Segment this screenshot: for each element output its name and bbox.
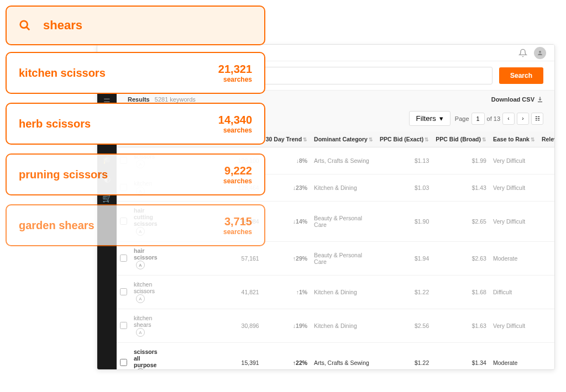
cell-ease: Very Difficult bbox=[490, 147, 538, 174]
overlay-result-3-count: 9,222 bbox=[223, 165, 252, 177]
search-button[interactable]: Search bbox=[499, 67, 543, 84]
cell-trend: ↑29% bbox=[263, 242, 311, 276]
cell-ppc-broad: $1.68 bbox=[432, 276, 490, 309]
cell-trend: ↑1% bbox=[263, 276, 311, 309]
cell-ease: Moderate bbox=[490, 242, 538, 276]
notification-icon[interactable] bbox=[517, 47, 528, 59]
row-checkbox[interactable] bbox=[120, 359, 127, 366]
cell-relevancy: 107 bbox=[538, 309, 554, 343]
cell-category: Arts, Crafts & Sewing bbox=[311, 343, 376, 370]
cell-ease: Moderate bbox=[490, 343, 538, 370]
cell-ppc-exact: $1.22 bbox=[376, 343, 432, 370]
col-relevancy[interactable]: Relevancy Score⇅ bbox=[538, 131, 554, 147]
cell-ease: Very Difficult bbox=[490, 309, 538, 343]
overlay-search-term: shears bbox=[43, 18, 82, 33]
cell-ease: Very Difficult bbox=[490, 174, 538, 202]
cell-trend: ↓23% bbox=[263, 174, 311, 202]
cell-ppc-exact: $1.03 bbox=[376, 174, 432, 202]
cell-ppc-exact: $1.90 bbox=[376, 202, 432, 242]
download-csv-label: Download CSV bbox=[491, 96, 534, 103]
cell-category: Arts, Crafts & Sewing bbox=[311, 147, 376, 174]
overlay-result-4-label: searches bbox=[223, 228, 252, 236]
cell-category: Beauty & Personal Care bbox=[311, 202, 376, 242]
col-trend[interactable]: 30 Day Trend⇅ bbox=[263, 131, 311, 147]
col-ppc-exact[interactable]: PPC Bid (Exact)⇅ bbox=[376, 131, 432, 147]
row-checkbox[interactable] bbox=[120, 255, 127, 262]
table-row[interactable]: kitchen shears A30,896↓19%Kitchen & Dini… bbox=[117, 309, 554, 343]
cell-relevancy: 54 bbox=[538, 174, 554, 202]
table-row[interactable]: hair scissors A57,161↑29%Beauty & Person… bbox=[117, 242, 554, 276]
overlay-result-3: pruning scissors 9,222 searches bbox=[6, 153, 265, 195]
overlay-search-card: shears bbox=[6, 6, 265, 45]
overlay-result-1-label: searches bbox=[218, 76, 252, 83]
cell-relevancy: 117 bbox=[538, 276, 554, 309]
cell-volume: 30,896 bbox=[167, 309, 262, 343]
results-label: Results bbox=[128, 96, 150, 103]
search-icon bbox=[19, 19, 31, 31]
cell-trend: ↓19% bbox=[263, 309, 311, 343]
info-icon[interactable]: A bbox=[136, 261, 145, 269]
cell-ppc-broad: $1.63 bbox=[432, 309, 490, 343]
prev-page-button[interactable]: ‹ bbox=[502, 113, 515, 125]
cell-relevancy: 69 bbox=[538, 202, 554, 242]
overlay-result-4-count: 3,715 bbox=[223, 215, 252, 228]
table-row[interactable]: scissors all purpose A15,391↑22%Arts, Cr… bbox=[117, 343, 554, 370]
cell-trend: ↓8% bbox=[263, 147, 311, 174]
overlay-result-4: garden shears 3,715 searches bbox=[6, 204, 265, 246]
svg-point-0 bbox=[539, 51, 541, 53]
overlay-result-2-label: searches bbox=[218, 126, 252, 134]
cell-volume: 41,821 bbox=[167, 276, 262, 309]
overlay-result-1-count: 21,321 bbox=[218, 63, 252, 76]
cell-category: Beauty & Personal Care bbox=[311, 242, 376, 276]
cell-relevancy: 259 bbox=[538, 343, 554, 370]
overlay-result-2: herb scissors 14,340 searches bbox=[6, 103, 265, 145]
table-row[interactable]: kitchen scissors A41,821↑1%Kitchen & Din… bbox=[117, 276, 554, 309]
cell-trend: ↓14% bbox=[263, 202, 311, 242]
cell-category: Kitchen & Dining bbox=[311, 174, 376, 202]
page-total: of 13 bbox=[487, 115, 500, 122]
overlay-result-2-term: herb scissors bbox=[19, 118, 91, 130]
filters-label: Filters bbox=[416, 114, 436, 123]
download-csv-link[interactable]: Download CSV bbox=[491, 96, 543, 103]
svg-line-2 bbox=[27, 27, 30, 30]
info-icon[interactable]: A bbox=[136, 294, 145, 303]
cell-keyword: scissors all purpose A bbox=[130, 343, 167, 370]
overlay-result-3-label: searches bbox=[223, 177, 252, 185]
page-number-input[interactable] bbox=[471, 113, 485, 125]
cell-relevancy: 80 bbox=[538, 242, 554, 276]
overlay-result-2-count: 14,340 bbox=[218, 114, 252, 126]
cell-ppc-broad: $1.99 bbox=[432, 147, 490, 174]
cell-ease: Very Difficult bbox=[490, 202, 538, 242]
cell-ppc-broad: $1.34 bbox=[432, 343, 490, 370]
cell-keyword: hair scissors A bbox=[130, 242, 167, 276]
cell-ppc-exact: $1.13 bbox=[376, 147, 432, 174]
filters-button[interactable]: Filters ▾ bbox=[409, 111, 450, 126]
results-count: 5281 keywords bbox=[155, 96, 196, 103]
columns-button[interactable]: ☷ bbox=[531, 113, 543, 125]
cell-keyword: kitchen shears A bbox=[130, 309, 167, 343]
col-category[interactable]: Dominant Category⇅ bbox=[311, 131, 376, 147]
cell-ppc-exact: $1.22 bbox=[376, 276, 432, 309]
next-page-button[interactable]: › bbox=[517, 113, 529, 125]
row-checkbox[interactable] bbox=[120, 322, 127, 329]
cell-ppc-broad: $2.65 bbox=[432, 202, 490, 242]
overlay-result-3-term: pruning scissors bbox=[19, 168, 108, 181]
cell-ppc-exact: $1.94 bbox=[376, 242, 432, 276]
row-checkbox[interactable] bbox=[120, 288, 127, 295]
pagination: Page of 13 ‹ › ☷ bbox=[455, 113, 543, 125]
col-ease[interactable]: Ease to Rank⇅ bbox=[490, 131, 538, 147]
cell-volume: 15,391 bbox=[167, 343, 262, 370]
chevron-down-icon: ▾ bbox=[439, 114, 443, 123]
cell-category: Kitchen & Dining bbox=[311, 276, 376, 309]
cell-category: Kitchen & Dining bbox=[311, 309, 376, 343]
cell-ppc-broad: $2.63 bbox=[432, 242, 490, 276]
cell-ppc-exact: $2.56 bbox=[376, 309, 432, 343]
overlay-result-4-term: garden shears bbox=[19, 219, 95, 232]
col-ppc-broad[interactable]: PPC Bid (Broad)⇅ bbox=[432, 131, 490, 147]
cell-trend: ↑22% bbox=[263, 343, 311, 370]
cell-relevancy: - bbox=[538, 147, 554, 174]
avatar[interactable] bbox=[534, 47, 546, 59]
info-icon[interactable]: A bbox=[136, 328, 145, 337]
info-icon[interactable]: A bbox=[136, 368, 145, 369]
cell-ease: Difficult bbox=[490, 276, 538, 309]
